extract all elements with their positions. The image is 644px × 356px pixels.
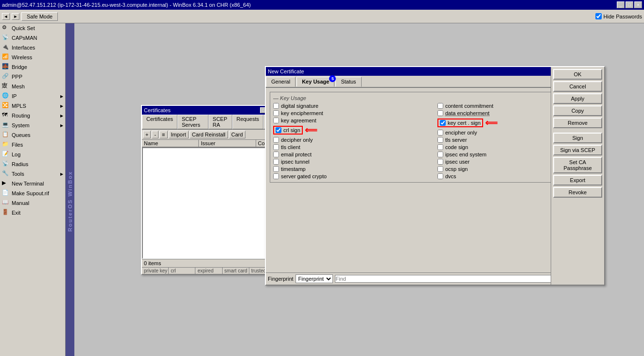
mpls-arrow: ▶ [60, 104, 63, 108]
interfaces-icon: 🔌 [2, 44, 10, 51]
sidebar-item-label: Exit [12, 210, 20, 216]
cert-filter-button[interactable]: ≡ [159, 131, 167, 138]
checkbox-server-gated-crypto-input[interactable] [273, 173, 279, 179]
checkbox-digital-signature-input[interactable] [273, 103, 279, 109]
key-usage-checkboxes: digital signature key encipherment key a… [273, 103, 597, 179]
checkbox-key-agreement-input[interactable] [273, 118, 279, 123]
tab-scep-servers[interactable]: SCEP Servers [177, 115, 209, 129]
copy-button[interactable]: Copy [553, 105, 602, 116]
new-cert-title-text: New Certificate [268, 68, 304, 74]
safe-mode-button[interactable]: Safe Mode [21, 12, 58, 21]
hide-passwords-checkbox[interactable] [595, 13, 602, 19]
cert-card-button[interactable]: Card [229, 131, 245, 138]
checkbox-code-sign-input[interactable] [437, 144, 443, 150]
revoke-button[interactable]: Revoke [553, 187, 602, 198]
sidebar-item-label: IP [12, 93, 17, 99]
sidebar-item-files[interactable]: 📁 Files [0, 140, 65, 150]
sidebar-item-routing[interactable]: 🗺 Routing ▶ [0, 111, 65, 120]
minimize-button[interactable]: _ [617, 1, 625, 8]
checkbox-ipsec-end-system-input[interactable] [437, 152, 443, 157]
forward-button[interactable]: ► [12, 13, 19, 20]
sidebar-item-mesh[interactable]: 🕸 Mesh [0, 82, 65, 91]
tab-general[interactable]: General [266, 77, 296, 87]
sign-button[interactable]: Sign [553, 133, 602, 143]
mpls-icon: 🔀 [2, 102, 10, 110]
apply-button[interactable]: Apply [553, 93, 602, 104]
bridge-icon: 🌉 [2, 63, 10, 71]
tab-status[interactable]: Status [335, 77, 361, 87]
sidebar-item-queues[interactable]: 📋 Queues [0, 130, 65, 140]
footer-expired: expired [195, 268, 222, 274]
export-button[interactable]: Export [553, 175, 602, 186]
sidebar-item-label: Bridge [12, 64, 27, 70]
system-arrow: ▶ [60, 123, 63, 128]
sidebar-item-wireless[interactable]: 📶 Wireless [0, 52, 65, 62]
tab-scep-ra[interactable]: SCEP RA [209, 115, 232, 129]
checkbox-key-encipherment-input[interactable] [273, 110, 279, 116]
sidebar-item-manual[interactable]: 📖 Manual [0, 198, 65, 208]
sidebar-item-system[interactable]: 💻 System ▶ [0, 120, 65, 130]
checkbox-timestamp-input[interactable] [273, 166, 279, 172]
sidebar-item-ip[interactable]: 🌐 IP ▶ [0, 91, 65, 101]
maximize-button[interactable]: □ [626, 1, 633, 8]
checkbox-tls-server-input[interactable] [437, 137, 443, 143]
sidebar-item-log[interactable]: 📝 Log [0, 150, 65, 159]
checkbox-tls-client-input[interactable] [273, 144, 279, 150]
sidebar-item-mpls[interactable]: 🔀 MPLS ▶ [0, 101, 65, 111]
sidebar-item-label: MPLS [12, 103, 26, 109]
cert-toolbar: + - ≡ Import Card Reinstall Card [142, 130, 276, 140]
sidebar-item-label: Interfaces [12, 45, 35, 51]
checkbox-dvcs-input[interactable] [437, 173, 443, 179]
tab-certificates[interactable]: Certificates [142, 115, 177, 129]
certificates-window: Certificates □ × Certificates SCEP Serve… [141, 105, 277, 275]
ok-button[interactable]: OK [553, 69, 602, 80]
sidebar-item-label: Wireless [12, 54, 32, 60]
title-bar-text: admin@52.47.151.212 (ip-172-31-46-215.eu… [2, 2, 251, 8]
radius-icon: 📡 [2, 160, 10, 168]
checkbox-server-gated-crypto: server gated crypto [273, 173, 433, 179]
ppp-icon: 🔗 [2, 73, 10, 81]
make-supout-icon: 📄 [2, 189, 10, 197]
back-button[interactable]: ◄ [2, 13, 10, 20]
sidebar-item-label: Make Supout.rif [12, 190, 49, 196]
sidebar-item-new-terminal[interactable]: ▶ New Terminal [0, 179, 65, 188]
sidebar-item-tools[interactable]: 🔧 Tools ▶ [0, 169, 65, 179]
ip-icon: 🌐 [2, 92, 10, 100]
cert-import-button[interactable]: Import [169, 131, 189, 138]
cert-table-body [142, 147, 276, 259]
checkbox-crl-sign-input[interactable] [276, 127, 281, 133]
tab-key-usage[interactable]: Key Usage 5 [296, 77, 334, 87]
sidebar-item-ppp[interactable]: 🔗 PPP [0, 72, 65, 82]
sidebar-item-interfaces[interactable]: 🔌 Interfaces [0, 43, 65, 52]
checkbox-decipher-only-input[interactable] [273, 137, 279, 143]
checkbox-ipsec-user-input[interactable] [437, 159, 443, 165]
mesh-icon: 🕸 [2, 83, 10, 90]
sidebar-item-quick-set[interactable]: ⚙ Quick Set [0, 23, 65, 33]
set-ca-passphrase-button[interactable]: Set CA Passphrase [553, 157, 602, 173]
cert-status: 0 items [142, 259, 276, 267]
sidebar-item-exit[interactable]: 🚪 Exit [0, 208, 65, 218]
checkbox-content-commitment-input[interactable] [437, 103, 443, 109]
sidebar-item-bridge[interactable]: 🌉 Bridge [0, 62, 65, 72]
sidebar-item-label: Manual [12, 200, 29, 206]
cancel-button[interactable]: Cancel [553, 81, 602, 92]
checkbox-ocsp-sign-input[interactable] [437, 166, 443, 172]
checkbox-crl-sign: crl sign ⟸ [273, 125, 433, 136]
checkbox-data-encipherment-input[interactable] [437, 110, 443, 116]
sidebar-item-capsman[interactable]: 📡 CAPsMAN [0, 33, 65, 43]
cert-remove-button[interactable]: - [152, 131, 158, 138]
close-button[interactable]: × [634, 1, 642, 8]
cert-card-reinstall-button[interactable]: Card Reinstall [190, 131, 228, 138]
sidebar-item-radius[interactable]: 📡 Radius [0, 159, 65, 169]
sign-via-scep-button[interactable]: Sign via SCEP [553, 145, 602, 155]
cert-title-text: Certificates [144, 107, 171, 113]
checkbox-encipher-only-input[interactable] [437, 130, 443, 136]
tab-requests[interactable]: Requests [232, 115, 263, 129]
remove-button[interactable]: Remove [553, 118, 602, 128]
cert-add-button[interactable]: + [143, 131, 151, 138]
checkbox-email-protect-input[interactable] [273, 152, 279, 157]
checkbox-ipsec-tunnel-input[interactable] [273, 159, 279, 165]
sidebar-item-make-supout[interactable]: 📄 Make Supout.rif [0, 188, 65, 198]
checkbox-key-cert-sign-input[interactable] [440, 120, 446, 126]
fingerprint-select[interactable]: Fingerprint [296, 274, 333, 283]
